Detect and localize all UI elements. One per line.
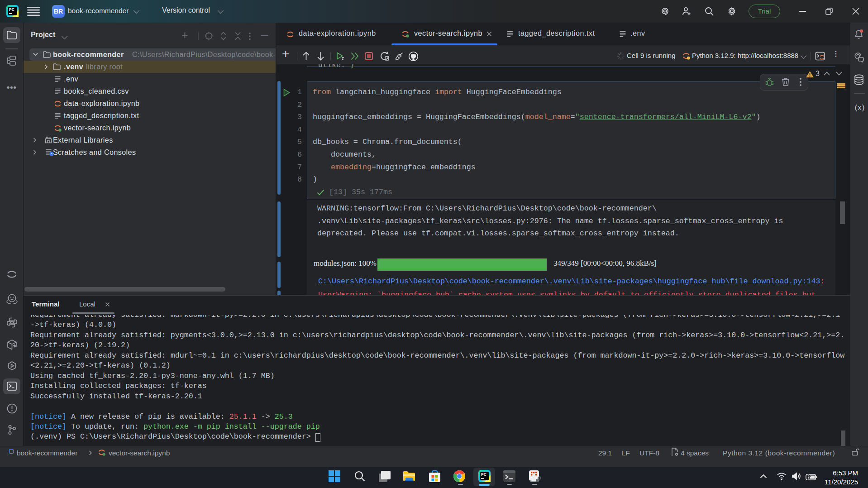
svg-text:PC: PC: [481, 472, 486, 477]
svg-text:PC: PC: [9, 7, 14, 12]
